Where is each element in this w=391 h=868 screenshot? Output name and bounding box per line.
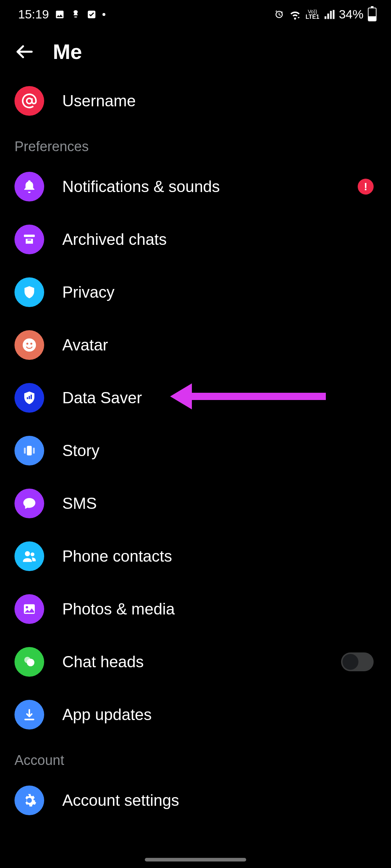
- status-left: 15:19: [18, 7, 105, 21]
- app-indicator-icon: [71, 9, 81, 20]
- item-label: Account settings: [62, 791, 377, 809]
- svg-point-6: [30, 343, 33, 345]
- svg-point-4: [23, 339, 36, 352]
- svg-point-18: [27, 659, 34, 666]
- alarm-icon: [274, 9, 285, 20]
- settings-item-archived-chats[interactable]: Archived chats: [0, 213, 391, 266]
- settings-item-story[interactable]: Story: [0, 424, 391, 477]
- settings-item-sms[interactable]: SMS: [0, 477, 391, 530]
- battery-percent: 34%: [339, 7, 363, 21]
- page-title: Me: [53, 39, 82, 64]
- status-right: Vo)) LTE1 34%: [274, 7, 377, 21]
- settings-item-username[interactable]: Username: [0, 75, 391, 127]
- svg-rect-7: [27, 397, 28, 399]
- annotation-arrow: [170, 383, 326, 409]
- item-label: Photos & media: [62, 600, 377, 618]
- svg-rect-11: [24, 448, 26, 454]
- svg-rect-8: [29, 396, 30, 399]
- svg-rect-9: [31, 395, 32, 399]
- svg-point-13: [25, 551, 30, 556]
- settings-item-phone-contacts[interactable]: Phone contacts: [0, 530, 391, 583]
- back-arrow-icon: [15, 42, 34, 61]
- settings-item-app-updates[interactable]: App updates: [0, 688, 391, 741]
- svg-rect-12: [33, 448, 35, 454]
- at-icon: [14, 86, 44, 116]
- settings-item-photos-media[interactable]: Photos & media: [0, 583, 391, 635]
- battery-icon: [368, 8, 377, 21]
- svg-point-16: [26, 606, 28, 609]
- alert-badge-icon: !: [358, 179, 374, 195]
- svg-rect-10: [27, 446, 31, 456]
- panels-icon: [14, 436, 44, 465]
- shield-chart-icon: [14, 383, 44, 413]
- item-label: Username: [62, 92, 377, 110]
- item-label: Avatar: [62, 336, 377, 354]
- item-label: Notifications & sounds: [62, 178, 340, 196]
- dots-icon: [14, 647, 44, 677]
- bell-icon: [14, 172, 44, 201]
- signal-icon: [324, 9, 335, 20]
- header: Me: [0, 29, 391, 75]
- status-bar: 15:19 Vo)) LTE1 34%: [0, 0, 391, 29]
- face-icon: [14, 330, 44, 360]
- more-indicator-icon: [102, 13, 105, 16]
- item-label: App updates: [62, 706, 377, 724]
- gear-icon: [14, 786, 44, 815]
- image-indicator-icon: [55, 9, 65, 20]
- archive-icon: [14, 225, 44, 254]
- people-icon: [14, 541, 44, 571]
- settings-item-account-settings[interactable]: Account settings: [0, 774, 391, 827]
- wifi-icon: [289, 8, 301, 21]
- section-header-preferences: Preferences: [0, 127, 391, 160]
- settings-item-notifications[interactable]: Notifications & sounds !: [0, 160, 391, 213]
- status-time: 15:19: [18, 7, 49, 21]
- svg-rect-3: [24, 235, 35, 237]
- item-label: Phone contacts: [62, 547, 377, 565]
- section-header-account: Account: [0, 741, 391, 774]
- svg-point-14: [31, 553, 35, 557]
- item-label: SMS: [62, 494, 377, 512]
- back-button[interactable]: [14, 42, 35, 62]
- check-indicator-icon: [87, 9, 97, 20]
- chat-icon: [14, 489, 44, 518]
- image-icon: [14, 594, 44, 624]
- network-type-icon: Vo)) LTE1: [306, 9, 319, 20]
- settings-item-chat-heads[interactable]: Chat heads: [0, 635, 391, 688]
- settings-item-privacy[interactable]: Privacy: [0, 266, 391, 319]
- item-label: Story: [62, 442, 377, 460]
- shield-icon: [14, 277, 44, 307]
- item-label: Chat heads: [62, 653, 323, 671]
- svg-point-2: [27, 98, 32, 104]
- item-label: Archived chats: [62, 230, 377, 248]
- svg-point-19: [28, 799, 31, 803]
- svg-point-5: [26, 343, 29, 345]
- item-label: Privacy: [62, 283, 377, 301]
- chat-heads-toggle[interactable]: [341, 652, 374, 671]
- download-icon: [14, 700, 44, 729]
- settings-item-avatar[interactable]: Avatar: [0, 319, 391, 371]
- gesture-nav-bar[interactable]: [145, 858, 246, 861]
